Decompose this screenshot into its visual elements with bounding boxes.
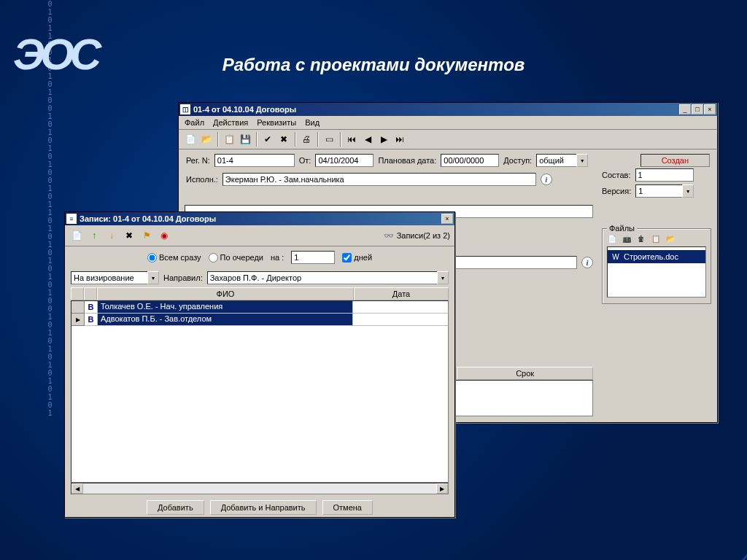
row-fio: Адвокатов П.Б. - Зав.отделом <box>98 314 353 326</box>
col-marker[interactable] <box>71 287 84 300</box>
table-row[interactable]: В Толкачев О.Е. - Нач. управления <box>71 301 448 314</box>
menubar: Файл Действия Реквизиты Вид <box>179 116 717 130</box>
arrow-up-icon[interactable]: ↑ <box>87 228 101 243</box>
chevron-down-icon[interactable]: ▼ <box>576 154 588 167</box>
info-icon[interactable]: i <box>541 174 552 185</box>
records-dialog: ≡ Записи: 01-4 от 04.10.04 Договоры × 📄 … <box>64 211 455 518</box>
file-del-icon[interactable]: 🗑 <box>636 233 646 244</box>
label-plandate: Плановая дата: <box>378 156 436 165</box>
dialog-title: Записи: 01-4 от 04.10.04 Договоры <box>80 214 216 223</box>
open-icon[interactable]: 📂 <box>199 132 214 147</box>
input-ispoln[interactable] <box>222 173 536 186</box>
input-ot[interactable] <box>315 154 374 167</box>
nav-last-icon[interactable]: ⏭ <box>392 132 407 147</box>
row-date <box>353 301 448 314</box>
input-regn[interactable] <box>214 154 295 167</box>
label-version: Версия: <box>602 187 631 195</box>
new-icon[interactable]: 📄 <box>183 132 198 147</box>
nav-next-icon[interactable]: ▶ <box>376 132 391 147</box>
dialog-titlebar[interactable]: ≡ Записи: 01-4 от 04.10.04 Договоры × <box>65 212 454 225</box>
maximize-button[interactable]: □ <box>692 104 703 114</box>
input-sostav[interactable] <box>635 168 694 182</box>
col-due[interactable]: Срок <box>457 367 593 380</box>
col-fio[interactable]: ФИО <box>97 287 354 300</box>
stamp-icon[interactable]: ◉ <box>157 228 171 243</box>
option-row: Всем сразу По очереди на : дней <box>65 246 454 268</box>
files-group-title: Файлы <box>607 224 637 233</box>
nav-first-icon[interactable]: ⏮ <box>344 132 359 147</box>
col-date[interactable]: Дата <box>354 287 449 300</box>
file-item[interactable]: W Строитель.doc <box>608 250 705 263</box>
file-name: Строитель.doc <box>624 252 678 261</box>
combo-access-input[interactable] <box>536 154 576 167</box>
radio-all-label: Всем сразу <box>159 253 201 262</box>
combo-version-input[interactable] <box>635 184 682 198</box>
menu-actions[interactable]: Действия <box>213 118 248 127</box>
combo-director[interactable]: ▼ <box>207 271 449 284</box>
input-plandate[interactable] <box>441 154 499 167</box>
chevron-down-icon[interactable]: ▼ <box>147 271 159 284</box>
label-access: Доступ: <box>503 156 532 165</box>
print-icon[interactable]: 🖨 <box>299 132 314 147</box>
grid-body[interactable]: В Толкачев О.Е. - Нач. управления ▶ В Ад… <box>71 300 449 483</box>
decor-binary: 0101100101010010101010010110101010101001… <box>44 0 54 560</box>
arrow-down-icon[interactable]: ↓ <box>104 228 119 243</box>
file-scan-icon[interactable]: 📠 <box>622 233 632 244</box>
combo-routetype[interactable]: ▼ <box>71 271 159 284</box>
info-icon[interactable]: i <box>581 257 593 268</box>
radio-queue[interactable]: По очереди <box>209 253 263 262</box>
add-button[interactable]: Добавить <box>147 500 204 515</box>
save-icon[interactable]: 💾 <box>238 132 252 147</box>
flag-icon[interactable]: ⚑ <box>139 228 154 243</box>
combo-version[interactable]: ▼ <box>635 184 694 198</box>
label-napravil: Направил: <box>163 273 203 282</box>
chevron-down-icon[interactable]: ▼ <box>437 271 449 284</box>
dialog-icon: ≡ <box>66 214 77 224</box>
input-na[interactable] <box>291 251 335 264</box>
scroll-right-icon[interactable]: ▶ <box>436 483 448 494</box>
main-titlebar[interactable]: ◫ 01-4 от 04.10.04 Договоры _ □ × <box>179 103 717 116</box>
scroll-left-icon[interactable]: ◀ <box>71 483 83 494</box>
delete-icon[interactable]: ✖ <box>276 132 291 147</box>
row-type: В <box>85 301 98 314</box>
records-count: Записи(2 из 2) <box>397 231 450 240</box>
dialog-button-row: Добавить Добавить и Направить Отмена <box>65 494 454 521</box>
combo-routetype-input[interactable] <box>71 271 147 284</box>
files-group: Файлы 📄 📠 🗑 📋 📂 W Строитель.doc <box>602 228 711 304</box>
slide-title: Работа с проектами документов <box>0 55 747 75</box>
add-send-button[interactable]: Добавить и Направить <box>210 500 317 515</box>
file-add-icon[interactable]: 📄 <box>607 233 617 244</box>
delete-record-icon[interactable]: ✖ <box>122 228 136 243</box>
nav-prev-icon[interactable]: ◀ <box>360 132 375 147</box>
word-doc-icon: W <box>611 252 621 262</box>
close-button[interactable]: × <box>441 214 453 224</box>
radio-all[interactable]: Всем сразу <box>147 253 201 262</box>
minimize-button[interactable]: _ <box>679 104 691 114</box>
chevron-down-icon[interactable]: ▼ <box>682 184 694 198</box>
check-icon[interactable]: ✔ <box>260 132 275 147</box>
glasses-icon: 👓 <box>384 231 394 241</box>
new-record-icon[interactable]: 📄 <box>69 228 84 243</box>
main-toolbar: 📄 📂 📋 💾 ✔ ✖ 🖨 ▭ ⏮ ◀ ▶ ⏭ <box>179 130 717 149</box>
menu-file[interactable]: Файл <box>185 118 204 127</box>
menu-props[interactable]: Реквизиты <box>257 118 296 127</box>
row-type: В <box>85 314 98 326</box>
close-button[interactable]: × <box>704 104 716 114</box>
cancel-button[interactable]: Отмена <box>322 500 373 515</box>
combo-access[interactable]: ▼ <box>536 154 588 167</box>
file-open-icon[interactable]: 📂 <box>665 233 676 244</box>
dialog-toolbar: 📄 ↑ ↓ ✖ ⚑ ◉ 👓 Записи(2 из 2) <box>65 225 454 246</box>
combo-director-input[interactable] <box>207 271 437 284</box>
view-icon[interactable]: ▭ <box>322 132 336 147</box>
table-row[interactable]: ▶ В Адвокатов П.Б. - Зав.отделом <box>71 314 448 326</box>
status-badge: Создан <box>640 154 710 167</box>
copy-icon[interactable]: 📋 <box>222 132 236 147</box>
scroll-track[interactable] <box>83 483 436 494</box>
check-days[interactable]: дней <box>342 253 372 262</box>
menu-view[interactable]: Вид <box>305 118 320 127</box>
right-panel: Состав: Версия: ▼ Файлы 📄 📠 🗑 📋 📂 W <box>602 167 711 310</box>
label-ot: От: <box>299 156 311 165</box>
horizontal-scrollbar[interactable]: ◀ ▶ <box>71 483 449 494</box>
col-type[interactable] <box>84 287 97 300</box>
file-copy-icon[interactable]: 📋 <box>651 233 661 244</box>
